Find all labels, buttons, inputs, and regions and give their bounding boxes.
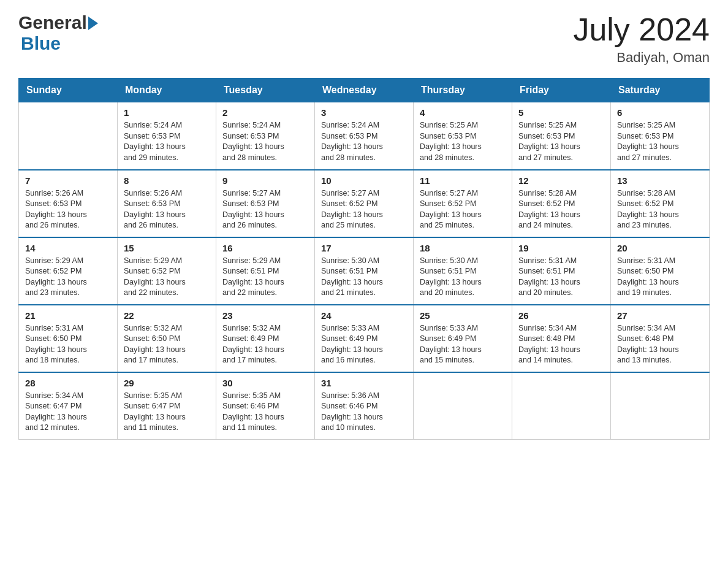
calendar-cell: 24Sunrise: 5:33 AM Sunset: 6:49 PM Dayli… (315, 305, 414, 372)
week-row-5: 28Sunrise: 5:34 AM Sunset: 6:47 PM Dayli… (19, 372, 710, 440)
logo-general-text: General (18, 12, 87, 33)
day-number: 27 (617, 310, 703, 321)
day-info: Sunrise: 5:33 AM Sunset: 6:49 PM Dayligh… (420, 323, 506, 366)
day-info: Sunrise: 5:31 AM Sunset: 6:50 PM Dayligh… (25, 323, 111, 366)
calendar-table: SundayMondayTuesdayWednesdayThursdayFrid… (18, 78, 710, 440)
day-number: 7 (25, 175, 111, 186)
calendar-cell: 31Sunrise: 5:36 AM Sunset: 6:46 PM Dayli… (315, 372, 414, 440)
day-info: Sunrise: 5:30 AM Sunset: 6:51 PM Dayligh… (420, 256, 506, 299)
day-info: Sunrise: 5:24 AM Sunset: 6:53 PM Dayligh… (321, 120, 407, 163)
calendar-cell: 6Sunrise: 5:25 AM Sunset: 6:53 PM Daylig… (611, 102, 710, 170)
day-info: Sunrise: 5:29 AM Sunset: 6:51 PM Dayligh… (222, 256, 308, 299)
day-info: Sunrise: 5:29 AM Sunset: 6:52 PM Dayligh… (124, 256, 210, 299)
calendar-cell: 2Sunrise: 5:24 AM Sunset: 6:53 PM Daylig… (216, 102, 315, 170)
day-number: 21 (25, 310, 111, 321)
day-info: Sunrise: 5:35 AM Sunset: 6:46 PM Dayligh… (222, 391, 308, 434)
weekday-header-wednesday: Wednesday (315, 79, 414, 102)
day-info: Sunrise: 5:27 AM Sunset: 6:53 PM Dayligh… (222, 188, 308, 231)
calendar-cell: 27Sunrise: 5:34 AM Sunset: 6:48 PM Dayli… (611, 305, 710, 372)
day-info: Sunrise: 5:24 AM Sunset: 6:53 PM Dayligh… (124, 120, 210, 163)
day-number: 30 (222, 378, 308, 388)
calendar-cell (414, 372, 512, 440)
calendar-cell: 7Sunrise: 5:26 AM Sunset: 6:53 PM Daylig… (19, 170, 118, 237)
month-year-title: July 2024 (573, 12, 710, 47)
day-info: Sunrise: 5:32 AM Sunset: 6:49 PM Dayligh… (222, 323, 308, 366)
calendar-cell: 15Sunrise: 5:29 AM Sunset: 6:52 PM Dayli… (118, 237, 216, 305)
day-number: 25 (420, 310, 506, 321)
weekday-header-thursday: Thursday (414, 79, 512, 102)
day-number: 12 (518, 175, 604, 186)
day-info: Sunrise: 5:32 AM Sunset: 6:50 PM Dayligh… (124, 323, 210, 366)
day-number: 14 (25, 243, 111, 253)
calendar-cell (512, 372, 611, 440)
day-info: Sunrise: 5:26 AM Sunset: 6:53 PM Dayligh… (124, 188, 210, 231)
calendar-cell: 13Sunrise: 5:28 AM Sunset: 6:52 PM Dayli… (611, 170, 710, 237)
weekday-header-saturday: Saturday (611, 79, 710, 102)
day-number: 15 (124, 243, 210, 253)
calendar-cell: 4Sunrise: 5:25 AM Sunset: 6:53 PM Daylig… (414, 102, 512, 170)
logo-blue-text: Blue (21, 33, 61, 53)
title-area: July 2024 Badiyah, Oman (573, 12, 710, 66)
day-info: Sunrise: 5:33 AM Sunset: 6:49 PM Dayligh… (321, 323, 407, 366)
day-info: Sunrise: 5:28 AM Sunset: 6:52 PM Dayligh… (617, 188, 703, 231)
day-number: 4 (420, 107, 506, 118)
calendar-cell: 18Sunrise: 5:30 AM Sunset: 6:51 PM Dayli… (414, 237, 512, 305)
day-number: 1 (124, 107, 210, 118)
day-info: Sunrise: 5:30 AM Sunset: 6:51 PM Dayligh… (321, 256, 407, 299)
calendar-cell: 17Sunrise: 5:30 AM Sunset: 6:51 PM Dayli… (315, 237, 414, 305)
calendar-cell: 3Sunrise: 5:24 AM Sunset: 6:53 PM Daylig… (315, 102, 414, 170)
day-info: Sunrise: 5:25 AM Sunset: 6:53 PM Dayligh… (617, 120, 703, 163)
day-number: 18 (420, 243, 506, 253)
day-number: 11 (420, 175, 506, 186)
day-number: 29 (124, 378, 210, 388)
weekday-header-monday: Monday (118, 79, 216, 102)
day-number: 22 (124, 310, 210, 321)
calendar-cell: 1Sunrise: 5:24 AM Sunset: 6:53 PM Daylig… (118, 102, 216, 170)
day-info: Sunrise: 5:25 AM Sunset: 6:53 PM Dayligh… (518, 120, 604, 163)
day-info: Sunrise: 5:27 AM Sunset: 6:52 PM Dayligh… (321, 188, 407, 231)
calendar-cell: 19Sunrise: 5:31 AM Sunset: 6:51 PM Dayli… (512, 237, 611, 305)
day-number: 23 (222, 310, 308, 321)
calendar-cell (19, 102, 118, 170)
day-number: 9 (222, 175, 308, 186)
day-number: 2 (222, 107, 308, 118)
day-info: Sunrise: 5:29 AM Sunset: 6:52 PM Dayligh… (25, 256, 111, 299)
calendar-cell: 26Sunrise: 5:34 AM Sunset: 6:48 PM Dayli… (512, 305, 611, 372)
svg-marker-0 (88, 17, 98, 30)
logo-arrow-icon (88, 17, 102, 30)
calendar-cell: 12Sunrise: 5:28 AM Sunset: 6:52 PM Dayli… (512, 170, 611, 237)
week-row-3: 14Sunrise: 5:29 AM Sunset: 6:52 PM Dayli… (19, 237, 710, 305)
calendar-cell: 28Sunrise: 5:34 AM Sunset: 6:47 PM Dayli… (19, 372, 118, 440)
calendar-cell: 8Sunrise: 5:26 AM Sunset: 6:53 PM Daylig… (118, 170, 216, 237)
day-info: Sunrise: 5:27 AM Sunset: 6:52 PM Dayligh… (420, 188, 506, 231)
week-row-1: 1Sunrise: 5:24 AM Sunset: 6:53 PM Daylig… (19, 102, 710, 170)
calendar-cell: 20Sunrise: 5:31 AM Sunset: 6:50 PM Dayli… (611, 237, 710, 305)
day-info: Sunrise: 5:25 AM Sunset: 6:53 PM Dayligh… (420, 120, 506, 163)
day-number: 19 (518, 243, 604, 253)
day-number: 10 (321, 175, 407, 186)
calendar-cell: 14Sunrise: 5:29 AM Sunset: 6:52 PM Dayli… (19, 237, 118, 305)
weekday-header-friday: Friday (512, 79, 611, 102)
day-info: Sunrise: 5:34 AM Sunset: 6:47 PM Dayligh… (25, 391, 111, 434)
day-number: 31 (321, 378, 407, 388)
day-info: Sunrise: 5:31 AM Sunset: 6:51 PM Dayligh… (518, 256, 604, 299)
day-info: Sunrise: 5:24 AM Sunset: 6:53 PM Dayligh… (222, 120, 308, 163)
calendar-cell: 30Sunrise: 5:35 AM Sunset: 6:46 PM Dayli… (216, 372, 315, 440)
calendar-cell: 23Sunrise: 5:32 AM Sunset: 6:49 PM Dayli… (216, 305, 315, 372)
day-info: Sunrise: 5:31 AM Sunset: 6:50 PM Dayligh… (617, 256, 703, 299)
day-number: 6 (617, 107, 703, 118)
day-info: Sunrise: 5:34 AM Sunset: 6:48 PM Dayligh… (518, 323, 604, 366)
logo: General Blue (18, 12, 102, 54)
page-header: General Blue July 2024 Badiyah, Oman (18, 12, 710, 66)
calendar-cell: 10Sunrise: 5:27 AM Sunset: 6:52 PM Dayli… (315, 170, 414, 237)
calendar-cell: 9Sunrise: 5:27 AM Sunset: 6:53 PM Daylig… (216, 170, 315, 237)
day-number: 24 (321, 310, 407, 321)
calendar-cell: 21Sunrise: 5:31 AM Sunset: 6:50 PM Dayli… (19, 305, 118, 372)
calendar-cell: 29Sunrise: 5:35 AM Sunset: 6:47 PM Dayli… (118, 372, 216, 440)
day-number: 28 (25, 378, 111, 388)
week-row-4: 21Sunrise: 5:31 AM Sunset: 6:50 PM Dayli… (19, 305, 710, 372)
day-number: 26 (518, 310, 604, 321)
day-number: 20 (617, 243, 703, 253)
day-info: Sunrise: 5:36 AM Sunset: 6:46 PM Dayligh… (321, 391, 407, 434)
day-number: 16 (222, 243, 308, 253)
